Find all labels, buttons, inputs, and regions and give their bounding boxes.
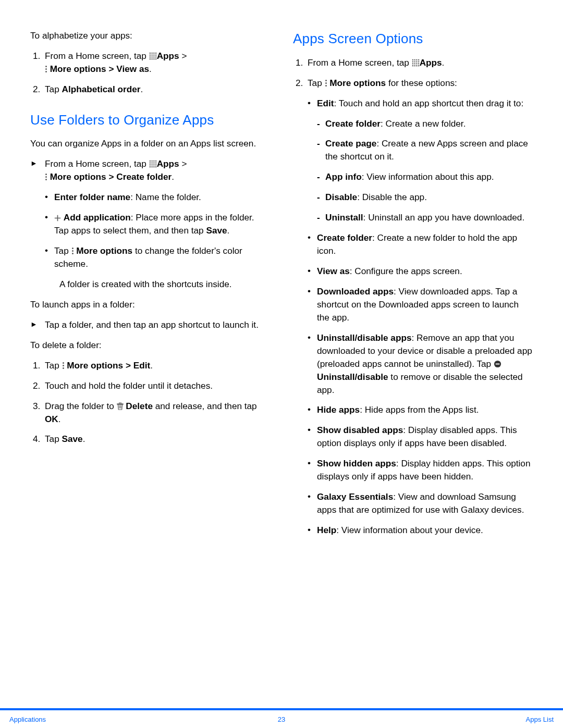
- text: Uninstall: [325, 212, 363, 223]
- text: and release, and then tap: [153, 401, 257, 411]
- page-number: 23: [278, 715, 285, 723]
- trash-icon: [117, 402, 124, 410]
- text: > Create folder: [106, 171, 172, 182]
- apps-grid-icon: [412, 59, 420, 67]
- more-options-icon: [45, 65, 47, 73]
- text: Enter folder name: [54, 192, 130, 202]
- text: Disable: [325, 192, 357, 202]
- list-item: Tap More options to change the folder's …: [45, 244, 270, 270]
- text: Save: [206, 225, 227, 236]
- list-item: Help: View information about your device…: [308, 524, 533, 537]
- text: > View as: [106, 64, 149, 74]
- list-item: App info: View information about this ap…: [317, 170, 533, 183]
- pointer-list: Tap a folder, and then tap an app shortc…: [30, 318, 270, 331]
- text: >: [179, 158, 187, 169]
- text: More options: [50, 171, 106, 182]
- alphabetize-intro: To alphabetize your apps:: [30, 29, 270, 42]
- text: Help: [317, 525, 336, 535]
- text: .: [58, 414, 61, 424]
- text: From a Home screen, tap: [308, 57, 412, 68]
- text: Create folder: [325, 118, 381, 129]
- text: Alphabetical order: [62, 84, 141, 94]
- text: More options: [67, 360, 123, 371]
- pointer-list: From a Home screen, tap Apps > More opti…: [30, 157, 270, 291]
- text: Add application: [64, 212, 131, 223]
- text: .: [442, 57, 445, 68]
- text: Uninstall/disable: [317, 372, 388, 382]
- left-column: To alphabetize your apps: From a Home sc…: [30, 29, 270, 544]
- delete-steps: Tap More options > Edit. Touch and hold …: [30, 359, 270, 446]
- list-item: Show hidden apps: Display hidden apps. T…: [308, 457, 533, 483]
- text: Downloaded apps: [317, 286, 394, 297]
- list-item: From a Home screen, tap Apps > More opti…: [30, 157, 270, 291]
- text: : View information about this app.: [362, 171, 494, 182]
- text: .: [83, 434, 85, 444]
- more-options-icon: [71, 247, 74, 255]
- text: From a Home screen, tap: [45, 51, 149, 61]
- text: Create page: [325, 138, 376, 149]
- footer-right: Apps List: [526, 715, 554, 723]
- delete-intro: To delete a folder:: [30, 339, 270, 352]
- list-item: From a Home screen, tap Apps > More opti…: [43, 50, 270, 76]
- text: : Uninstall an app you have downloaded.: [363, 212, 525, 223]
- text: Show hidden apps: [317, 458, 396, 468]
- text: Galaxy Essentials: [317, 491, 393, 502]
- list-item: Uninstall: Uninstall an app you have dow…: [317, 211, 533, 224]
- list-item: Create page: Create a new Apps screen an…: [317, 137, 533, 163]
- text: : Disable the app.: [357, 192, 427, 202]
- text: Uninstall/disable apps: [317, 332, 411, 343]
- text: Tap: [308, 78, 325, 88]
- text: More options: [76, 245, 132, 256]
- options-bullets: Edit: Touch and hold an app shortcut the…: [308, 97, 533, 537]
- text: App info: [325, 171, 362, 182]
- list-item: Touch and hold the folder until it detac…: [43, 379, 270, 392]
- list-item: Show disabled apps: Display disabled app…: [308, 424, 533, 450]
- text: for these options:: [386, 78, 457, 88]
- more-options-icon: [45, 173, 47, 181]
- list-item: Tap More options > Edit.: [43, 359, 270, 372]
- text: .: [149, 64, 152, 74]
- options-steps: From a Home screen, tap Apps. Tap More o…: [293, 56, 533, 537]
- section-heading-options: Apps Screen Options: [293, 29, 533, 49]
- text: Tap: [45, 434, 62, 444]
- text: Tap: [45, 360, 62, 371]
- body-text: You can organize Apps in a folder on an …: [30, 137, 270, 150]
- plus-icon: [54, 215, 61, 221]
- list-item: Galaxy Essentials: View and download Sam…: [308, 490, 533, 516]
- text: Hide apps: [317, 404, 360, 415]
- launch-intro: To launch apps in a folder:: [30, 298, 270, 311]
- edit-sublist: Create folder: Create a new folder. Crea…: [317, 117, 533, 225]
- list-item: Tap Alphabetical order.: [43, 83, 270, 96]
- text: Drag the folder to: [45, 401, 117, 411]
- list-item: Drag the folder to Delete and release, a…: [43, 400, 270, 426]
- list-item: Downloaded apps: View downloaded apps. T…: [308, 285, 533, 324]
- text: Apps: [420, 57, 442, 68]
- list-item: Tap a folder, and then tap an app shortc…: [30, 318, 270, 331]
- sub-bullets: Enter folder name: Name the folder. Add …: [45, 191, 270, 270]
- list-item: Create folder: Create a new folder to ho…: [308, 231, 533, 257]
- list-item: Enter folder name: Name the folder.: [45, 191, 270, 204]
- list-item: Create folder: Create a new folder.: [317, 117, 533, 130]
- section-heading-folders: Use Folders to Organize Apps: [30, 110, 270, 130]
- text: : View information about your device.: [336, 525, 483, 535]
- text: : Create a new folder.: [381, 118, 466, 129]
- text: : Touch and hold an app shortcut then dr…: [334, 98, 523, 108]
- text: OK: [45, 414, 58, 424]
- apps-grid-icon: [149, 160, 157, 168]
- list-item: Add application: Place more apps in the …: [45, 211, 270, 237]
- more-options-icon: [325, 79, 327, 87]
- list-item: View as: Configure the apps screen.: [308, 265, 533, 278]
- text: View as: [317, 266, 350, 276]
- text: > Edit: [123, 360, 150, 371]
- text: Tap: [45, 84, 62, 94]
- text: Apps: [157, 158, 179, 169]
- text: Edit: [317, 98, 334, 108]
- text: Show disabled apps: [317, 425, 403, 435]
- text: Save: [62, 434, 83, 444]
- text: : Name the folder.: [130, 192, 201, 202]
- footer-left: Applications: [9, 715, 46, 723]
- text: More options: [329, 78, 386, 88]
- text: Apps: [157, 51, 179, 61]
- minus-circle-icon: [494, 360, 501, 368]
- list-item: Edit: Touch and hold an app shortcut the…: [308, 97, 533, 225]
